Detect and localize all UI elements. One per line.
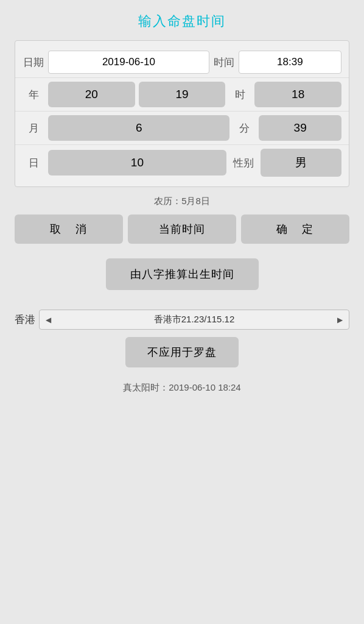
minute-btn[interactable]: 39	[259, 115, 341, 141]
month-label: 月	[23, 121, 44, 135]
minute-label: 分	[233, 121, 255, 135]
date-field-label: 日期	[23, 55, 44, 69]
chevron-right-icon: ▶	[337, 316, 343, 324]
location-row: 香港 ◀ 香港市21.23/115.12 ▶	[15, 310, 349, 330]
no-compass-button[interactable]: 不应用于罗盘	[125, 337, 239, 367]
year-label: 年	[23, 88, 44, 102]
month-btn[interactable]: 6	[48, 115, 229, 141]
lunar-date: 农历：5月8日	[154, 196, 210, 207]
chevron-left-icon: ◀	[46, 316, 51, 324]
date-card: 日期 2019-06-10 时间 18:39 年 20 19 时 18 月 6 …	[15, 40, 349, 187]
gender-label: 性别	[230, 156, 257, 170]
date-input[interactable]: 2019-06-10	[48, 51, 209, 74]
hour-btn[interactable]: 18	[254, 82, 341, 107]
calc-birthtime-button[interactable]: 由八字推算出生时间	[106, 258, 259, 290]
location-label: 香港	[15, 313, 35, 327]
page-title: 输入命盘时间	[138, 12, 226, 30]
confirm-button[interactable]: 确 定	[241, 214, 349, 244]
current-time-button[interactable]: 当前时间	[128, 214, 236, 244]
gender-btn[interactable]: 男	[261, 149, 341, 177]
time-input[interactable]: 18:39	[239, 51, 341, 74]
cancel-button[interactable]: 取 消	[15, 214, 123, 244]
solar-time-label: 真太阳时：2019-06-10 18:24	[123, 382, 240, 394]
action-buttons: 取 消 当前时间 确 定	[15, 214, 349, 244]
day-btn[interactable]: 10	[48, 150, 226, 176]
location-value: 香港市21.23/115.12	[51, 314, 337, 325]
year-ones-btn[interactable]: 19	[139, 82, 226, 107]
hour-label: 时	[229, 88, 251, 102]
location-select[interactable]: ◀ 香港市21.23/115.12 ▶	[39, 310, 349, 330]
year-tens-btn[interactable]: 20	[48, 82, 135, 107]
time-field-label: 时间	[213, 55, 235, 69]
day-label: 日	[23, 156, 44, 170]
